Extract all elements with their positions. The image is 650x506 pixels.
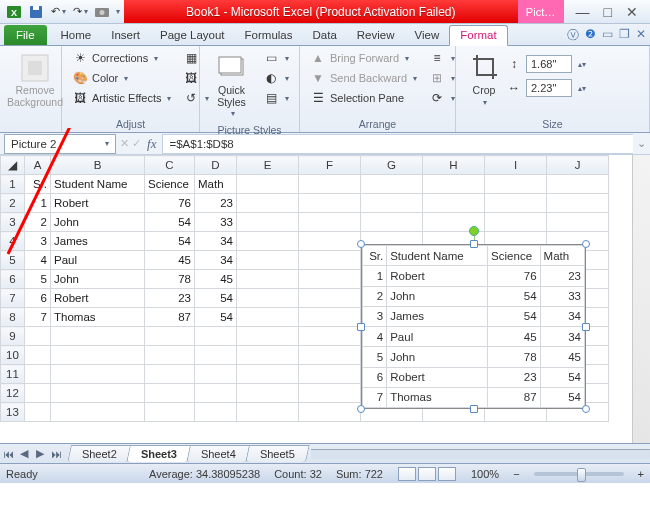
cell[interactable]: 87 (145, 308, 195, 327)
cell[interactable]: 78 (145, 270, 195, 289)
row-header[interactable]: 10 (1, 346, 25, 365)
zoom-level[interactable]: 100% (471, 468, 499, 480)
picture-effects-button[interactable]: ◐▾ (259, 69, 293, 87)
tab-view[interactable]: View (405, 26, 450, 45)
cell[interactable]: 54 (145, 232, 195, 251)
cell[interactable]: 33 (195, 213, 237, 232)
column-header[interactable]: J (547, 156, 609, 175)
cell[interactable]: 76 (145, 194, 195, 213)
name-box[interactable]: Picture 2▾ (4, 134, 116, 154)
cell[interactable]: 54 (195, 289, 237, 308)
cell[interactable] (361, 213, 423, 232)
row-header[interactable]: 5 (1, 251, 25, 270)
row-header[interactable]: 6 (1, 270, 25, 289)
cell[interactable]: 54 (195, 308, 237, 327)
view-normal-button[interactable] (398, 467, 416, 481)
cell[interactable] (237, 194, 299, 213)
row-header[interactable]: 8 (1, 308, 25, 327)
excel-icon[interactable]: X (4, 2, 24, 22)
row-header[interactable]: 12 (1, 384, 25, 403)
tab-page-layout[interactable]: Page Layout (150, 26, 235, 45)
quick-styles-button[interactable]: Quick Styles▾ (206, 49, 257, 123)
worksheet-grid[interactable]: ◢ABCDEFGHIJ1Sr.Student NameScienceMath21… (0, 155, 650, 443)
cell[interactable]: 7 (25, 308, 51, 327)
cell[interactable]: 34 (195, 251, 237, 270)
cell[interactable] (423, 194, 485, 213)
corrections-button[interactable]: ☀Corrections▾ (68, 49, 175, 67)
mdi-close-icon[interactable]: ✕ (636, 27, 646, 44)
formula-input[interactable]: =$A$1:$D$8 (162, 134, 633, 154)
cell[interactable]: 23 (145, 289, 195, 308)
cell[interactable]: 3 (25, 232, 51, 251)
sheet-tab[interactable]: Sheet5 (245, 445, 309, 462)
cell[interactable] (299, 403, 361, 422)
row-header[interactable]: 11 (1, 365, 25, 384)
cell[interactable]: Sr. (25, 175, 51, 194)
cell[interactable] (25, 403, 51, 422)
row-header[interactable]: 9 (1, 327, 25, 346)
cell[interactable] (547, 194, 609, 213)
cell[interactable] (25, 346, 51, 365)
row-header[interactable]: 2 (1, 194, 25, 213)
cell[interactable] (237, 384, 299, 403)
resize-handle[interactable] (582, 323, 590, 331)
cell[interactable]: James (51, 232, 145, 251)
cell[interactable] (51, 346, 145, 365)
cell[interactable] (299, 213, 361, 232)
cell[interactable] (361, 194, 423, 213)
cell[interactable] (25, 327, 51, 346)
close-button[interactable]: ✕ (626, 5, 638, 19)
cell[interactable] (299, 384, 361, 403)
cell[interactable] (145, 346, 195, 365)
help-icon[interactable]: ❷ (585, 27, 596, 44)
sheet-tab[interactable]: Sheet3 (126, 445, 192, 462)
column-header[interactable]: B (51, 156, 145, 175)
row-header[interactable]: 1 (1, 175, 25, 194)
color-button[interactable]: 🎨Color▾ (68, 69, 175, 87)
cell[interactable] (237, 251, 299, 270)
cell[interactable] (51, 365, 145, 384)
height-input[interactable]: 1.68" (526, 55, 572, 73)
cell[interactable] (237, 346, 299, 365)
column-header[interactable]: A (25, 156, 51, 175)
column-header[interactable]: H (423, 156, 485, 175)
cell[interactable] (237, 175, 299, 194)
picture-border-button[interactable]: ▭▾ (259, 49, 293, 67)
save-icon[interactable] (26, 2, 46, 22)
cell[interactable]: Robert (51, 194, 145, 213)
cell[interactable]: 34 (195, 232, 237, 251)
column-header[interactable]: D (195, 156, 237, 175)
cell[interactable] (299, 346, 361, 365)
camera-icon[interactable] (92, 2, 112, 22)
cell[interactable] (299, 251, 361, 270)
sheet-tab[interactable]: Sheet4 (186, 445, 250, 462)
cell[interactable] (145, 327, 195, 346)
qat-customize-icon[interactable]: ▾ (116, 7, 120, 16)
cell[interactable] (299, 365, 361, 384)
cell[interactable] (237, 365, 299, 384)
artistic-effects-button[interactable]: 🖼Artistic Effects▾ (68, 89, 175, 107)
cell[interactable]: 2 (25, 213, 51, 232)
tab-format[interactable]: Format (449, 25, 507, 46)
mdi-restore-icon[interactable]: ❐ (619, 27, 630, 44)
undo-icon[interactable]: ↶▾ (48, 2, 68, 22)
resize-handle[interactable] (470, 240, 478, 248)
tab-insert[interactable]: Insert (101, 26, 150, 45)
minimize-button[interactable]: — (576, 5, 590, 19)
cell[interactable]: Science (145, 175, 195, 194)
row-header[interactable]: 4 (1, 232, 25, 251)
select-all-cell[interactable]: ◢ (1, 156, 25, 175)
sheet-nav-first[interactable]: ⏮ (0, 448, 16, 460)
cell[interactable] (195, 365, 237, 384)
row-header[interactable]: 7 (1, 289, 25, 308)
resize-handle[interactable] (582, 240, 590, 248)
column-header[interactable]: I (485, 156, 547, 175)
column-header[interactable]: F (299, 156, 361, 175)
pasted-picture[interactable]: Sr.Student NameScienceMath1Robert76232Jo… (361, 244, 586, 409)
tab-review[interactable]: Review (347, 26, 405, 45)
cell[interactable] (299, 327, 361, 346)
cell[interactable] (145, 365, 195, 384)
cell[interactable]: 45 (145, 251, 195, 270)
cell[interactable] (237, 327, 299, 346)
cell[interactable] (485, 194, 547, 213)
